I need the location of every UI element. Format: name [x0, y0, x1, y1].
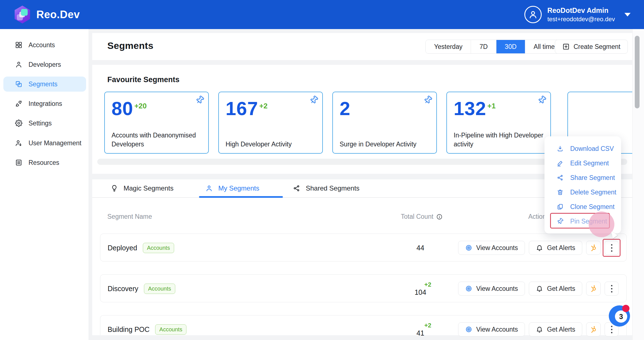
notification-widget[interactable]: 3: [609, 305, 630, 327]
get-alerts-label: Get Alerts: [547, 244, 575, 252]
view-accounts-label: View Accounts: [476, 326, 518, 333]
plug-icon: [15, 100, 22, 107]
view-accounts-label: View Accounts: [476, 285, 518, 293]
tab-label: Magic Segments: [124, 184, 174, 192]
top-header: Reo.Dev ReoDotDev Admin test+reodotdev@r…: [0, 0, 644, 29]
pin-icon[interactable]: [195, 96, 204, 104]
favourite-card[interactable]: 167+2 High Developer Activity: [218, 92, 323, 154]
get-alerts-button[interactable]: Get Alerts: [529, 322, 582, 336]
brand-logo[interactable]: Reo.Dev: [13, 6, 80, 23]
more-actions-wrap: [605, 241, 619, 255]
segment-type-badge: Accounts: [155, 324, 186, 335]
menu-item-label: Edit Segment: [570, 160, 609, 167]
view-accounts-button[interactable]: View Accounts: [458, 241, 525, 255]
sidebar-item-integrations[interactable]: Integrations: [3, 96, 86, 111]
favourite-value: 167+2: [226, 99, 267, 118]
create-segment-label: Create Segment: [574, 43, 620, 51]
menu-item-label: Download CSV: [570, 145, 614, 153]
row-actions: View Accounts Get Alerts: [458, 322, 619, 336]
time-filter: Yesterday 7D 30D All time: [425, 40, 563, 54]
time-filter-30d[interactable]: 30D: [496, 40, 525, 53]
eye-icon: [465, 326, 472, 333]
menu-item-clone-segment[interactable]: Clone Segment: [544, 199, 621, 214]
segment-type-badge: Accounts: [144, 284, 175, 294]
account-menu[interactable]: ReoDotDev Admin test+reodotdev@reo.dev: [524, 0, 631, 29]
hubspot-sync-button[interactable]: [586, 241, 601, 255]
favourite-delta: +2: [259, 102, 267, 110]
tab-label: My Segments: [218, 184, 259, 192]
favourite-label: In-Pipeline with High Developer activity: [454, 131, 545, 149]
menu-item-download-csv[interactable]: Download CSV: [544, 141, 621, 156]
favourites-heading: Favourite Segments: [107, 75, 179, 84]
table-row-discovery: Discovery Accounts +2 104 View Accounts …: [100, 274, 627, 302]
more-actions-button[interactable]: [605, 282, 619, 296]
view-accounts-button[interactable]: View Accounts: [458, 322, 525, 336]
download-icon: [557, 145, 564, 152]
segment-name: Building POC: [108, 325, 150, 334]
avatar: [524, 6, 542, 23]
more-actions-button[interactable]: [605, 241, 619, 255]
tab-magic-segments[interactable]: Magic Segments: [111, 179, 174, 197]
sidebar-item-accounts[interactable]: Accounts: [3, 37, 86, 53]
pin-icon[interactable]: [423, 96, 432, 104]
favourite-delta: +20: [134, 102, 147, 110]
sidebar-item-user-management[interactable]: User Management: [3, 135, 86, 151]
pin-icon: [557, 218, 564, 225]
vertical-scrollbar[interactable]: [635, 36, 640, 108]
user-management-icon: [15, 139, 22, 147]
favourite-card[interactable]: 80+20 Accounts with Deanonymised Develop…: [104, 92, 209, 154]
hubspot-sync-button[interactable]: [586, 322, 601, 336]
page-title: Segments: [107, 40, 153, 51]
time-filter-7d[interactable]: 7D: [471, 40, 496, 53]
pin-icon[interactable]: [538, 96, 546, 104]
tab-my-segments[interactable]: My Segments: [205, 179, 259, 197]
account-name: ReoDotDev Admin: [547, 6, 615, 15]
favourite-label: Accounts with Deanonymised Developers: [112, 131, 203, 149]
sidebar-item-segments[interactable]: Segments: [3, 77, 86, 92]
logo-hexagon-icon: [13, 6, 31, 23]
segment-name-cell: Deployed Accounts: [108, 234, 174, 262]
view-accounts-label: View Accounts: [476, 244, 518, 252]
get-alerts-button[interactable]: Get Alerts: [529, 282, 582, 296]
count-delta: +2: [424, 281, 431, 288]
lightbulb-icon: [111, 185, 118, 192]
favourite-card[interactable]: 132+1 In-Pipeline with High Developer ac…: [446, 92, 551, 154]
count-delta: +2: [424, 322, 431, 329]
create-segment-button[interactable]: Create Segment: [555, 40, 628, 54]
tab-shared-segments[interactable]: Shared Segments: [293, 179, 359, 197]
kebab-menu-icon: [611, 244, 612, 252]
favourite-label: Surge in Developer Activity: [340, 140, 431, 149]
sidebar-item-label: Segments: [29, 80, 58, 88]
notification-count: 3: [615, 310, 627, 323]
sidebar-item-developers[interactable]: Developers: [3, 57, 86, 72]
menu-item-delete-segment[interactable]: Delete Segment: [544, 185, 621, 199]
view-accounts-button[interactable]: View Accounts: [458, 282, 525, 296]
user-icon: [528, 9, 538, 20]
hubspot-sync-button[interactable]: [586, 282, 601, 296]
favourite-card[interactable]: 2 Surge in Developer Activity: [332, 92, 437, 154]
clone-icon: [557, 203, 564, 210]
column-header-action: Action: [528, 213, 546, 220]
sidebar-item-settings[interactable]: Settings: [3, 116, 86, 131]
sidebar-item-label: Accounts: [29, 41, 55, 49]
total-count-cell: +2 104: [408, 275, 433, 303]
menu-item-share-segment[interactable]: Share Segment: [544, 170, 621, 185]
hubspot-icon: [589, 325, 597, 333]
pin-icon[interactable]: [309, 96, 318, 104]
sidebar-item-resources[interactable]: Resources: [3, 155, 86, 170]
total-count-cell: +2 41: [408, 315, 433, 340]
count-value: 41: [416, 329, 424, 337]
get-alerts-button[interactable]: Get Alerts: [529, 241, 582, 255]
active-tab-underline: [199, 196, 283, 198]
plus-square-icon: [562, 43, 570, 50]
hubspot-icon: [589, 244, 597, 252]
eye-icon: [465, 285, 472, 292]
menu-item-edit-segment[interactable]: Edit Segment: [544, 156, 621, 170]
chevron-down-icon[interactable]: [624, 13, 631, 16]
grid-icon: [15, 41, 22, 49]
notification-unread-dot: [622, 305, 629, 312]
table-row-deployed: Deployed Accounts 44 View Accounts Get A…: [100, 234, 627, 261]
time-filter-yesterday[interactable]: Yesterday: [426, 40, 471, 53]
segment-name-cell: Discovery Accounts: [108, 275, 175, 303]
info-icon[interactable]: [436, 213, 443, 220]
